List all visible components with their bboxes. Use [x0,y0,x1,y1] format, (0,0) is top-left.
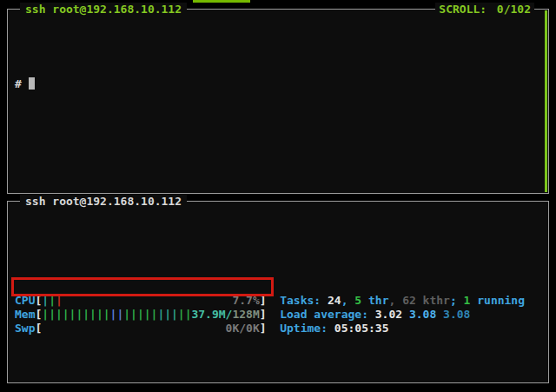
meter-bar-tick: | [185,308,192,321]
stat-segment: 3.08 [443,308,470,321]
scroll-value: 0/102 [497,3,531,16]
stat-segment: 3.08 [409,308,443,321]
bottom-terminal-pane[interactable]: ssh root@192.168.10.112 CPU[|||7.7%]Task… [7,201,549,383]
meters-block: CPU[|||7.7%]Tasks: 24, 5 thr, 62 kthr; 1… [8,294,548,336]
prompt-symbol: # [15,77,22,90]
meter-bar: |||7.7% [42,294,259,308]
meter-label: Swp [15,322,35,336]
pane-scrollbar[interactable] [545,10,547,192]
meter-value: 37.9M/128M [191,308,259,322]
stat-segment: running [470,294,525,307]
meter-bar-tick: | [130,308,137,321]
meter-open-bracket: [ [35,322,42,336]
meter-close-bracket: ] [260,308,267,322]
stat-segment: 5 [354,294,361,307]
scroll-indicator: SCROLL:0/102 [435,3,534,17]
meter-row-mem: Mem[||||||||||||||||||||||37.9M/128M]Loa… [8,308,548,322]
meter-bar-tick: | [42,294,49,307]
stat-segment: Uptime: [280,322,334,335]
meter-bar: 0K/0K [42,322,259,336]
meter-bar-tick: | [123,308,130,321]
meter-close-bracket: ] [260,322,267,336]
meter-bar-tick: | [164,308,171,321]
stat-segment: , [341,294,355,307]
meter-open-bracket: [ [35,294,42,308]
meter-bar-tick: | [171,308,178,321]
stat-segment: Tasks: [280,294,328,307]
meter-open-bracket: [ [35,308,42,322]
stat-segment: ; [450,294,464,307]
text-cursor [29,77,36,90]
htop-app: CPU[|||7.7%]Tasks: 24, 5 thr, 62 kthr; 1… [8,243,548,392]
meter-value: 0K/0K [226,322,260,336]
scroll-label: SCROLL: [439,3,486,16]
stats-line: Tasks: 24, 5 thr, 62 kthr; 1 running [280,294,525,308]
meter-bar-tick: | [89,308,96,321]
video-progress-artifact [193,0,250,3]
meter-bar-tick: | [63,308,70,321]
meter-bar-tick: | [178,308,185,321]
meter-bar-tick: | [42,308,49,321]
meter-value-text: 7.7% [232,294,259,307]
shell-prompt-line: # [8,65,548,91]
meter-bar-tick: | [56,294,63,307]
stat-segment: 62 kthr [402,294,450,307]
stat-segment: 24 [328,294,341,307]
meter-bar-ticks: |||||||||||||||||||||| [42,308,191,322]
stats-line: Uptime: 05:05:35 [280,322,388,336]
pane-title: ssh root@192.168.10.112 [20,3,187,17]
meter-bar-tick: | [103,308,110,321]
meter-value-text: 0K/0K [226,322,260,335]
stats-line: Load average: 3.02 3.08 3.08 [280,308,470,322]
meter-bar: ||||||||||||||||||||||37.9M/128M [42,308,259,322]
stat-segment: 3.02 [375,308,409,321]
meter-bar-tick: | [137,308,144,321]
stat-segment: 05:05:35 [334,322,389,335]
meter-bar-ticks: ||| [42,294,62,308]
stat-segment: thr [361,294,388,307]
mem-total-value: 128M [232,308,259,321]
meter-row-cpu: CPU[|||7.7%]Tasks: 24, 5 thr, 62 kthr; 1… [8,294,548,308]
meter-bar-tick: | [144,308,151,321]
meter-bar-tick: | [56,308,63,321]
mem-used-value: 37.9M/ [191,308,232,321]
meter-bar-tick: | [96,308,103,321]
meter-bar-tick: | [83,308,89,321]
pane-title: ssh root@192.168.10.112 [20,195,187,209]
meter-close-bracket: ] [260,294,267,308]
top-terminal-pane[interactable]: ssh root@192.168.10.112 SCROLL:0/102 # [7,9,549,194]
meter-label: Mem [15,308,35,322]
meter-bar-tick: | [49,294,56,307]
meter-label: CPU [15,294,35,308]
stat-segment: Load average: [280,308,375,321]
stat-segment: , [388,294,402,307]
meter-value: 7.7% [232,294,259,308]
meter-row-swp: Swp[0K/0K]Uptime: 05:05:35 [8,322,548,336]
meter-bar-tick: | [49,308,56,321]
